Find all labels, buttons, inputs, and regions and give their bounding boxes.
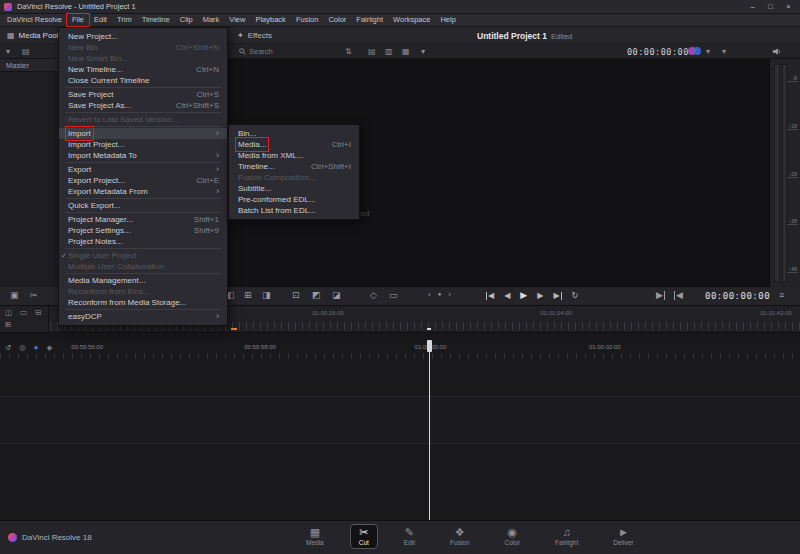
- file-menu-item-export[interactable]: Export›: [59, 164, 227, 175]
- media-pool-button[interactable]: ▦ Media Pool: [7, 31, 59, 40]
- file-menu-item-reconform-from-bins[interactable]: Reconform from Bins...: [59, 286, 227, 297]
- menu-workspace[interactable]: Workspace: [388, 14, 435, 26]
- view-options-dropdown-icon[interactable]: ▾: [421, 47, 425, 56]
- import-menu-item-batch-list-from-edl[interactable]: Batch List from EDL...: [229, 205, 359, 216]
- import-menu-item-fusion-composition[interactable]: Fusion Composition...: [229, 172, 359, 183]
- menu-mark[interactable]: Mark: [198, 14, 225, 26]
- menu-fairlight[interactable]: Fairlight: [351, 14, 388, 26]
- file-menu-item-new-bin[interactable]: New BinCtrl+Shift+N: [59, 42, 227, 53]
- maximize-button[interactable]: □: [763, 1, 778, 12]
- file-menu-item-easydcp[interactable]: easyDCP›: [59, 311, 227, 322]
- viewer-zoom-dropdown-icon[interactable]: ▾: [722, 47, 726, 56]
- file-menu-item-new-project[interactable]: New Project...: [59, 31, 227, 42]
- playhead-handle[interactable]: [427, 340, 432, 352]
- timeline-tool-icon[interactable]: ⊟: [35, 308, 41, 317]
- menu-fusion[interactable]: Fusion: [291, 14, 324, 26]
- viewer-mode-dropdown-icon[interactable]: ▾: [706, 47, 710, 56]
- tab-fusion[interactable]: ❖ Fusion: [441, 524, 479, 549]
- menu-edit[interactable]: Edit: [89, 14, 112, 26]
- effects-button[interactable]: ✦ Effects: [237, 31, 272, 40]
- file-menu-item-single-user-project[interactable]: ✓Single User Project: [59, 250, 227, 261]
- marker-icon[interactable]: ◈: [46, 343, 52, 352]
- import-menu-item-preconformed-edl[interactable]: Pre-conformed EDL...: [229, 194, 359, 205]
- menu-timeline[interactable]: Timeline: [137, 14, 175, 26]
- file-menu-item-project-manager[interactable]: Project Manager...Shift+1: [59, 214, 227, 225]
- timeline-options-icon[interactable]: ≡: [779, 291, 784, 300]
- file-menu-item-revert[interactable]: Revert to Last Saved Version...: [59, 114, 227, 125]
- link-clips-icon[interactable]: ◎: [19, 343, 26, 352]
- camera-stop-icon[interactable]: ●: [438, 291, 442, 299]
- file-menu-item-export-metadata-from[interactable]: Export Metadata From›: [59, 186, 227, 197]
- filmstrip-view-icon[interactable]: ▥: [385, 47, 393, 56]
- menu-help[interactable]: Help: [435, 14, 460, 26]
- tab-fairlight[interactable]: ♫ Fairlight: [546, 524, 587, 549]
- audio-monitor-icon[interactable]: ●: [34, 343, 39, 352]
- titles-icon[interactable]: ▭: [389, 291, 398, 300]
- file-menu-item-import[interactable]: Import›: [59, 128, 227, 139]
- file-menu-item-close-current-timeline[interactable]: Close Current Timeline: [59, 75, 227, 86]
- speaker-icon[interactable]: [772, 47, 782, 56]
- grid-box-icon[interactable]: ▣: [10, 291, 19, 300]
- search-input[interactable]: [249, 47, 327, 56]
- menu-playback[interactable]: Playback: [250, 14, 290, 26]
- file-menu-item-project-notes[interactable]: Project Notes...: [59, 236, 227, 247]
- timeline-tool-icon[interactable]: ◫: [5, 308, 12, 317]
- camera-prev-icon[interactable]: ‹: [428, 290, 431, 299]
- file-menu-item-project-settings[interactable]: Project Settings...Shift+9: [59, 225, 227, 236]
- tab-edit[interactable]: ✎ Edit: [395, 524, 424, 549]
- file-menu-item-multiple-user-collaboration[interactable]: Multiple User Collaboration: [59, 261, 227, 272]
- import-menu-item-media[interactable]: Media...Ctrl+I: [229, 139, 359, 150]
- file-menu-item-import-metadata-to[interactable]: Import Metadata To›: [59, 150, 227, 161]
- go-to-start-button[interactable]: ◀: [486, 292, 494, 300]
- file-menu-item-quick-export[interactable]: Quick Export...: [59, 200, 227, 211]
- file-menu-item-media-management[interactable]: Media Management...: [59, 275, 227, 286]
- import-menu-item-timeline[interactable]: Timeline...Ctrl+Shift+I: [229, 161, 359, 172]
- import-menu-item-media-from-xml[interactable]: Media from XML...: [229, 150, 359, 161]
- sort-icon[interactable]: ⇅: [345, 47, 352, 56]
- close-up-icon[interactable]: ⊡: [292, 291, 300, 300]
- import-menu-item-subtitle[interactable]: Subtitle...: [229, 183, 359, 194]
- place-on-top-icon[interactable]: ◩: [312, 291, 321, 300]
- menu-trim[interactable]: Trim: [112, 14, 137, 26]
- menu-clip[interactable]: Clip: [175, 14, 198, 26]
- timeline-panel[interactable]: ↺ ◎ ● ◈ 00:59:56:00 00:59:58:00 01:00:00…: [0, 340, 800, 520]
- clip-start-icon[interactable]: ◀: [674, 291, 683, 300]
- close-button[interactable]: ×: [781, 1, 796, 12]
- source-overwrite-icon[interactable]: ◪: [332, 291, 341, 300]
- transport-timecode[interactable]: 00:00:00:00: [705, 291, 770, 301]
- file-menu-item-import-project[interactable]: Import Project...: [59, 139, 227, 150]
- menu-file[interactable]: File: [67, 14, 89, 26]
- step-back-button[interactable]: ◀: [504, 292, 510, 300]
- scissors-icon[interactable]: ✂: [30, 291, 38, 300]
- playhead-line[interactable]: [429, 340, 430, 520]
- play-button[interactable]: ▶: [520, 291, 527, 300]
- timeline-tool-icon[interactable]: ⊞: [5, 320, 11, 329]
- menu-view[interactable]: View: [224, 14, 250, 26]
- file-menu-item-save-project-as[interactable]: Save Project As...Ctrl+Shift+S: [59, 100, 227, 111]
- tab-color[interactable]: ◉ Color: [496, 524, 530, 549]
- loop-button[interactable]: ↻: [572, 292, 579, 300]
- file-menu-item-save-project[interactable]: Save ProjectCtrl+S: [59, 89, 227, 100]
- thumbnail-view-icon[interactable]: ▤: [368, 47, 376, 56]
- file-menu-item-reconform-from-media-storage[interactable]: Reconform from Media Storage...: [59, 297, 227, 308]
- ripple-overwrite-icon[interactable]: ◨: [262, 291, 271, 300]
- file-menu-item-new-timeline[interactable]: New Timeline...Ctrl+N: [59, 64, 227, 75]
- bin-list-view-icon[interactable]: ▤: [22, 47, 30, 56]
- transition-icon[interactable]: ◇: [370, 291, 377, 300]
- file-menu-item-new-smart-bin[interactable]: New Smart Bin...: [59, 53, 227, 64]
- go-to-end-button[interactable]: ▶: [553, 292, 561, 300]
- grid-view-icon[interactable]: ▦: [402, 47, 410, 56]
- timeline-tool-icon[interactable]: ▭: [20, 308, 27, 317]
- menu-color[interactable]: Color: [323, 14, 351, 26]
- menu-davinci-resolve[interactable]: DaVinci Resolve: [2, 14, 67, 26]
- clip-end-icon[interactable]: ▶: [656, 291, 665, 300]
- tab-deliver[interactable]: ► Deliver: [604, 524, 642, 549]
- file-menu-item-export-project[interactable]: Export Project...Ctrl+E: [59, 175, 227, 186]
- minimize-button[interactable]: –: [745, 1, 760, 12]
- append-icon[interactable]: ⊞: [244, 291, 252, 300]
- step-forward-button[interactable]: ▶: [537, 292, 543, 300]
- tab-cut[interactable]: ✂ Cut: [350, 524, 378, 549]
- scopes-icon[interactable]: [688, 47, 702, 56]
- viewer-timecode[interactable]: 00:00:00:00: [627, 47, 689, 57]
- camera-next-icon[interactable]: ›: [448, 290, 451, 299]
